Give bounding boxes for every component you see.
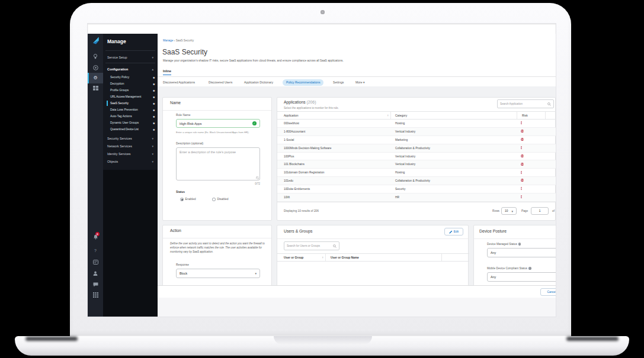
favorite-star-icon[interactable]: ★ — [153, 128, 155, 131]
name-panel: Name Rule Name High-Risk-Apps ✓ Enter a … — [162, 97, 272, 221]
device-posture-panel: Device Posture Device Managed Statusi An… — [473, 225, 556, 288]
apps-grid-icon[interactable] — [88, 292, 103, 299]
gear-icon: ⚙ — [88, 75, 103, 81]
favorite-star-icon[interactable]: ★ — [153, 121, 155, 125]
page-number-input[interactable]: 1 — [531, 207, 549, 215]
column-category[interactable]: Category — [391, 112, 517, 119]
sidebar-item-quarantined-device-list[interactable]: Quarantined Device List ★ — [110, 126, 155, 133]
tab-more[interactable]: More ▾ — [355, 79, 365, 86]
info-icon[interactable]: i — [518, 243, 521, 246]
users-groups-title: Users & Groups — [284, 229, 312, 233]
favorite-star-icon[interactable]: ★ — [153, 95, 155, 99]
column-application[interactable]: Application ↑ — [277, 112, 391, 119]
footer-action-bar: Cancel — [158, 285, 556, 298]
info-icon[interactable]: i — [528, 267, 531, 270]
mobile-compliant-status-select[interactable]: Any — [487, 272, 556, 282]
favorite-star-icon[interactable]: ★ — [153, 102, 155, 105]
sidebar-item-security-policy[interactable]: Security Policy ★ — [110, 74, 155, 80]
rule-name-input[interactable]: High-Risk-Apps ✓ — [176, 119, 260, 128]
user-icon[interactable] — [88, 271, 103, 278]
sidebar-item-auto-tag-actions[interactable]: Auto-Tag Actions ★ — [110, 113, 155, 120]
tab-settings[interactable]: Settings — [333, 79, 344, 86]
cancel-button[interactable]: Cancel — [540, 288, 556, 296]
favorite-star-icon[interactable]: ★ — [153, 89, 155, 92]
tab-discovered-users[interactable]: Discovered Users — [209, 79, 232, 86]
chevron-down-icon: ▾ — [152, 144, 153, 148]
mobile-compliant-status-label: Mobile Device Compliant Statusi — [487, 267, 531, 270]
table-row[interactable]: 1000Minds Decision-Making SoftwareCollab… — [277, 144, 556, 153]
sidebar-section-identity-services[interactable]: Identity Services ▾ — [107, 150, 153, 157]
sidebar-item-url-access-management[interactable]: URL Access Management ★ — [110, 93, 155, 100]
chevron-down-icon: ▾ — [152, 56, 153, 59]
table-row[interactable]: 101 BlockchainsVertical Industry10 — [277, 160, 556, 169]
base-notch — [274, 336, 372, 344]
tab-policy-recommendations[interactable]: Policy Recommendations — [283, 79, 323, 86]
sidebar-section-security-services[interactable]: Security Services ▾ — [107, 134, 153, 142]
favorite-star-icon[interactable]: ★ — [153, 82, 155, 86]
table-row[interactable]: 101domain Domain RegistrationHosting9 — [277, 169, 556, 177]
risk-badge: 8 — [521, 187, 522, 190]
resize-handle[interactable] — [256, 176, 259, 179]
table-row[interactable]: 000webhostHosting9 — [277, 120, 556, 128]
edit-button[interactable]: Edit — [444, 228, 463, 236]
applications-table-footer: Displaying 10 results of 206 Rows 10 ▾ P… — [277, 202, 556, 221]
page-title: SaaS Security — [162, 48, 207, 56]
description-label: Description (optional) — [176, 142, 203, 145]
workstation-icon[interactable] — [88, 260, 103, 266]
device-posture-title: Device Posture — [479, 229, 507, 233]
table-row[interactable]: 1-SocialMarketing10 — [277, 136, 556, 144]
breadcrumb-separator-icon: › — [174, 39, 175, 42]
tab-divider — [158, 76, 556, 77]
device-managed-status-select[interactable]: Any — [487, 248, 556, 257]
char-counter: 0/72 — [176, 182, 260, 185]
chevron-down-icon: ▾ — [152, 137, 153, 140]
sidebar-section-service-setup[interactable]: Service Setup ▾ — [107, 53, 153, 61]
tab-application-dictionary[interactable]: Application Dictionary — [244, 79, 273, 86]
tab-discovered-applications[interactable]: Discovered Applications — [163, 79, 195, 86]
tab-inline[interactable]: Inline — [163, 69, 171, 75]
risk-badge: 9 — [521, 121, 522, 124]
question-mark-icon[interactable]: ? — [88, 248, 103, 254]
laptop-base — [15, 336, 629, 356]
table-row[interactable]: 10Duke EntitlementsSecurity8 — [277, 185, 556, 193]
table-row[interactable]: 1-800AccountantVertical Industry10 — [277, 128, 556, 136]
column-user-or-group-name[interactable]: User or Group Name — [326, 254, 442, 261]
sidebar-item-saas-security[interactable]: SaaS Security ★ — [110, 100, 155, 107]
sidebar-item-profile-groups[interactable]: Profile Groups ★ — [110, 87, 155, 93]
column-risk[interactable]: Risk — [517, 112, 546, 119]
dashboard-grid-icon[interactable] — [88, 86, 103, 92]
column-user-or-group[interactable]: User or Group ↑ — [277, 254, 326, 261]
favorite-star-icon[interactable]: ★ — [153, 115, 155, 118]
page-label: Page — [521, 209, 528, 212]
lightbulb-icon[interactable] — [88, 54, 103, 61]
table-row[interactable]: 10liftHR9 — [277, 193, 556, 202]
sidebar-item-data-loss-prevention[interactable]: Data Loss Prevention ★ — [110, 107, 155, 113]
description-textarea[interactable]: Enter a description of the rule's purpos… — [176, 147, 260, 180]
rows-per-page-select[interactable]: 10 ▾ — [501, 207, 517, 215]
application-search-input[interactable]: Search Application — [497, 99, 554, 108]
rail-item-settings-selected[interactable]: ⚙ — [88, 73, 103, 83]
response-select[interactable]: Block ▾ — [176, 269, 260, 278]
bell-icon[interactable] — [88, 234, 103, 241]
sidebar-item-dynamic-user-groups[interactable]: Dynamic User Groups ★ — [110, 120, 155, 126]
chat-icon[interactable] — [88, 282, 103, 289]
table-row[interactable]: 100PlusVertical Industry10 — [277, 153, 556, 161]
status-radio-enabled[interactable]: Enabled — [180, 198, 196, 201]
favorite-star-icon[interactable]: ★ — [153, 108, 155, 112]
table-row[interactable]: 101eduCollaboration & Productivity10 — [277, 177, 556, 185]
sort-ascending-icon[interactable]: ↑ — [322, 256, 324, 259]
favorite-star-icon[interactable]: ★ — [153, 76, 155, 79]
users-search-input[interactable]: Search for Users or Groups — [284, 241, 339, 250]
device-managed-status-label: Device Managed Statusi — [487, 243, 521, 246]
pencil-icon — [449, 230, 453, 234]
applications-subtitle: Select the applications to monitor for t… — [284, 107, 339, 109]
sidebar-section-network-services[interactable]: Network Services ▾ — [107, 142, 153, 150]
sidebar-section-objects[interactable]: Objects ▾ — [107, 157, 153, 165]
sort-ascending-icon[interactable]: ↑ — [387, 114, 389, 117]
help-circle-icon[interactable] — [88, 65, 103, 72]
sidebar-item-decryption[interactable]: Decryption ★ — [110, 80, 155, 87]
status-radio-disabled[interactable]: Disabled — [212, 198, 229, 201]
sidebar-section-configuration[interactable]: Configuration ▴ — [107, 65, 153, 73]
brand-logo-icon[interactable] — [88, 36, 103, 47]
breadcrumb-manage-link[interactable]: Manage — [163, 39, 173, 42]
